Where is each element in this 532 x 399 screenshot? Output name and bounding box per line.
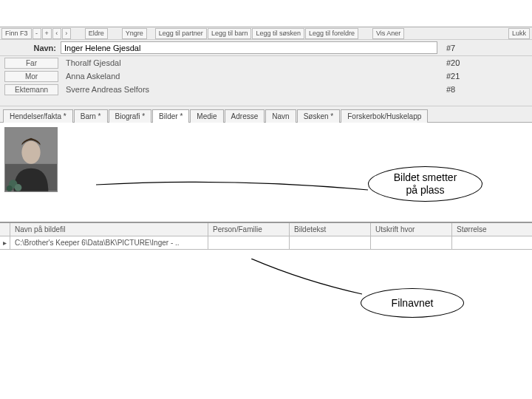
tab-media[interactable]: Medie xyxy=(190,109,223,123)
add-partner-button[interactable]: Legg til partner xyxy=(155,28,207,39)
mother-button[interactable]: Mor xyxy=(4,71,58,82)
cell-size[interactable] xyxy=(452,236,532,250)
add-sibling-button[interactable]: Legg til søsken xyxy=(252,28,304,39)
col-print-where[interactable]: Utskrift hvor xyxy=(371,223,452,236)
spouse-id: #8 xyxy=(443,85,532,94)
older-button[interactable]: Eldre xyxy=(85,28,108,39)
mother-id: #21 xyxy=(443,72,532,81)
tab-biography[interactable]: Biografi * xyxy=(109,109,152,123)
callout-image-placed: Bildet smetter på plass xyxy=(368,166,482,202)
tab-children[interactable]: Barn * xyxy=(74,109,108,123)
father-name: Thoralf Gjesdal xyxy=(64,58,443,67)
svg-point-4 xyxy=(15,184,22,191)
younger-button[interactable]: Yngre xyxy=(122,28,147,39)
cell-caption[interactable] xyxy=(290,236,371,250)
svg-point-2 xyxy=(21,141,40,164)
prev-button[interactable]: ‹ xyxy=(52,28,61,39)
zoom-out-button[interactable]: - xyxy=(33,28,41,39)
tab-images[interactable]: Bilder * xyxy=(152,109,189,123)
cell-filename[interactable]: C:\Brother's Keeper 6\Data\BK\PICTURE\In… xyxy=(10,236,208,250)
add-parents-button[interactable]: Legg til foreldre xyxy=(305,28,358,39)
next-button[interactable]: › xyxy=(62,28,71,39)
image-grid: Navn på bildefil Person/Familie Bildetek… xyxy=(0,222,532,250)
relation-row-spouse: Ektemann Sverre Andreas Selfors #8 xyxy=(0,83,532,96)
col-caption[interactable]: Bildetekst xyxy=(290,223,371,236)
callout-filename: Filnavnet xyxy=(361,288,464,318)
tab-events[interactable]: Hendelser/fakta * xyxy=(3,109,73,123)
col-size[interactable]: Størrelse xyxy=(452,223,532,236)
spouse-name: Sverre Andreas Selfors xyxy=(64,85,443,94)
grid-header: Navn på bildefil Person/Familie Bildetek… xyxy=(0,223,532,236)
toolbar: Finn F3 - + ‹ › Eldre Yngre Legg til par… xyxy=(0,27,532,40)
col-filename[interactable]: Navn på bildefil xyxy=(10,223,208,236)
tab-address[interactable]: Adresse xyxy=(225,109,265,123)
name-label: Navn: xyxy=(0,44,61,52)
grid-corner xyxy=(0,223,10,236)
app-window: Finn F3 - + ‹ › Eldre Yngre Legg til par… xyxy=(0,0,532,399)
mother-name: Anna Askeland xyxy=(64,72,443,81)
relation-row-father: Far Thoralf Gjesdal #20 xyxy=(0,56,532,69)
relation-row-mother: Mor Anna Askeland #21 xyxy=(0,69,532,83)
spouse-button[interactable]: Ektemann xyxy=(4,84,58,95)
photo-image xyxy=(5,128,57,191)
tab-research[interactable]: Forskerbok/Huskelapp xyxy=(341,109,428,123)
col-person-family[interactable]: Person/Familie xyxy=(208,223,290,236)
close-button[interactable]: Lukk xyxy=(508,28,530,39)
father-id: #20 xyxy=(443,58,532,67)
father-button[interactable]: Far xyxy=(4,58,58,69)
tab-name[interactable]: Navn xyxy=(265,109,296,123)
callout-tail-2 xyxy=(251,259,369,303)
add-child-button[interactable]: Legg til barn xyxy=(208,28,252,39)
zoom-in-button[interactable]: + xyxy=(42,28,52,39)
table-row[interactable]: ▸ C:\Brother's Keeper 6\Data\BK\PICTURE\… xyxy=(0,236,532,250)
cell-print-where[interactable] xyxy=(371,236,452,250)
find-button[interactable]: Finn F3 xyxy=(1,28,32,39)
name-input[interactable] xyxy=(61,41,437,54)
name-row: Navn: #7 xyxy=(0,40,532,56)
person-id: #7 xyxy=(443,44,532,52)
svg-point-5 xyxy=(7,185,13,191)
person-photo[interactable] xyxy=(4,127,58,192)
view-ancestors-button[interactable]: Vis Aner xyxy=(372,28,404,39)
tab-bar: Hendelser/fakta * Barn * Biografi * Bild… xyxy=(0,106,532,123)
row-marker-icon: ▸ xyxy=(0,236,10,250)
spacer xyxy=(0,96,532,106)
tab-siblings[interactable]: Søsken * xyxy=(297,109,341,123)
cell-person-family[interactable] xyxy=(208,236,290,250)
